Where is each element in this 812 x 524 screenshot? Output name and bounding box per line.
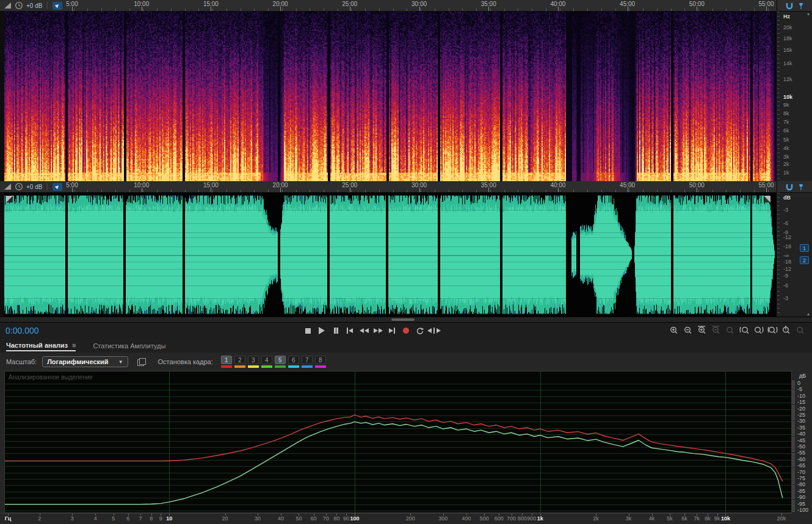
select-all-corner-icon[interactable]	[764, 196, 770, 203]
hold-frame-button-7[interactable]: 7	[302, 356, 313, 364]
panel-menu-icon[interactable]: ≡	[72, 342, 76, 349]
hold-frame-color-swatch	[315, 365, 326, 368]
scale-scroll-up-icon[interactable]: ▾	[807, 12, 810, 17]
frequency-axis-label: 9	[159, 515, 162, 522]
zoom-tools	[668, 325, 807, 336]
tab-amplitude-statistics[interactable]: Статистика Амплитуды	[93, 339, 165, 351]
magnet-icon[interactable]	[785, 183, 794, 191]
magnifier-icon	[781, 326, 792, 336]
zoom-out-full-button	[710, 325, 723, 336]
select-all-corner-icon[interactable]	[6, 196, 13, 203]
timeline-major-tick	[142, 7, 142, 11]
frequency-scale-label: 7k	[783, 119, 789, 125]
copy-graph-button[interactable]	[137, 358, 145, 365]
waveform-timeline-ruler[interactable]: 5:0010:0015:0020:0025:0030:0035:0040:004…	[0, 181, 812, 193]
frequency-axis-tick	[532, 514, 532, 515]
db-axis-label: -10	[797, 393, 805, 399]
zoom-in-full-button[interactable]	[696, 325, 709, 336]
waveform-scrollbar[interactable]	[0, 317, 812, 322]
channel-2-button[interactable]: 2	[800, 256, 809, 264]
scale-dropdown[interactable]: Логарифмический ▼	[42, 356, 128, 367]
hold-frame-button-6[interactable]: 6	[288, 356, 299, 364]
frequency-axis-tick	[114, 514, 114, 515]
frequency-axis: Гц23456789102030405060708090100200300400…	[0, 513, 792, 524]
frequency-axis-label: Гц	[5, 515, 12, 522]
frequency-scale[interactable]: ▾ Hz 20k18k16k14k12k10k9k8k7k6k5k4k3k2k1…	[777, 12, 812, 181]
hold-frame-button-1[interactable]: 1	[221, 356, 232, 364]
hold-frame-button-8[interactable]: 8	[315, 356, 326, 364]
amplitude-scale-ticks	[777, 193, 780, 317]
hold-frame-3: 3	[248, 356, 259, 368]
db-axis-label: 0	[797, 380, 800, 386]
timeline-major-tick	[280, 7, 281, 11]
rewind-icon	[360, 328, 369, 333]
frequency-axis-tick	[281, 514, 281, 515]
frequency-axis-tick	[151, 514, 152, 515]
tab-frequency-analysis[interactable]: Частотный анализ ≡	[6, 339, 76, 351]
zoom-in-right-edge-button[interactable]	[752, 325, 765, 336]
clock-icon[interactable]	[15, 1, 23, 10]
hold-frame-button-3[interactable]: 3	[248, 356, 259, 364]
zoom-in-left-edge-button[interactable]	[738, 325, 751, 336]
hold-frame-button-2[interactable]: 2	[234, 356, 245, 364]
frequency-axis-label: 4k	[649, 515, 655, 522]
skip-to-start-button[interactable]	[344, 325, 356, 336]
scrub-button[interactable]	[428, 325, 440, 336]
zoom-in-button[interactable]	[668, 325, 681, 336]
frequency-scale-label: 1k	[783, 170, 789, 176]
hold-buttons: 12345678	[221, 356, 326, 368]
stop-button[interactable]	[302, 325, 314, 336]
rewind-button[interactable]	[358, 325, 370, 336]
timeline-major-tick	[72, 188, 73, 192]
db-axis-header: дБ	[799, 373, 806, 379]
magnifier-icon	[767, 326, 778, 336]
hold-frame-color-swatch	[248, 365, 259, 368]
waveform-left-gutter	[0, 193, 4, 317]
zoom-out-button[interactable]	[682, 325, 695, 336]
waveform-canvas[interactable]	[4, 193, 777, 317]
frequency-axis-label: 5k	[667, 515, 673, 522]
db-axis-label: -65	[797, 462, 805, 468]
db-axis-label: -60	[797, 456, 805, 462]
frequency-analysis-canvas[interactable]	[4, 371, 792, 513]
amplitude-scale[interactable]: dB ▴ -3-6-9-12-18-∞-18-12-9-6-312	[777, 193, 812, 317]
magnet-icon[interactable]	[785, 2, 794, 10]
scale-scroll-down-icon[interactable]: ▴	[807, 311, 810, 317]
timeline-major-tick	[558, 7, 559, 11]
scrub-icon	[427, 328, 441, 334]
frequency-axis-tick	[652, 514, 653, 515]
level-fade-icon[interactable]	[4, 182, 12, 191]
frequency-axis-tick	[299, 514, 299, 515]
snap-toggle-button[interactable]	[53, 183, 62, 191]
frequency-axis-tick	[336, 514, 337, 515]
waveform-scrollbar-thumb[interactable]	[391, 318, 415, 321]
level-fade-icon[interactable]	[4, 1, 12, 10]
zoom-to-selection-button[interactable]	[766, 325, 779, 336]
restore-zoom-button[interactable]	[780, 325, 793, 336]
spectrogram-canvas[interactable]	[4, 12, 777, 181]
db-axis-label: -45	[797, 437, 805, 443]
pause-button[interactable]	[330, 325, 342, 336]
marker-pin-icon[interactable]	[798, 2, 804, 10]
snap-toggle-button[interactable]	[53, 2, 62, 10]
fast-forward-button[interactable]	[372, 325, 384, 336]
frequency-axis-tick	[225, 514, 226, 515]
db-axis-label: -85	[797, 488, 805, 494]
skip-to-end-button[interactable]	[386, 325, 398, 336]
spectrogram-timeline-ruler[interactable]: 5:0010:0015:0020:0025:0030:0035:0040:004…	[0, 0, 812, 12]
frequency-axis-tick	[346, 514, 347, 515]
hold-frame-color-swatch	[221, 365, 232, 368]
loop-playback-button[interactable]	[414, 325, 426, 336]
play-button[interactable]	[316, 325, 328, 336]
db-axis-label: -20	[797, 406, 805, 412]
marker-pin-icon[interactable]	[798, 183, 804, 191]
hold-frame-2: 2	[234, 356, 245, 368]
hold-frame-button-5[interactable]: 5	[275, 356, 286, 364]
record-button[interactable]	[400, 325, 412, 336]
clock-icon[interactable]	[15, 182, 23, 191]
channel-1-button[interactable]: 1	[800, 244, 809, 252]
timeline-minor-ticks	[4, 9, 777, 11]
frequency-axis-label: 20	[222, 515, 228, 522]
db-axis-label: -25	[797, 412, 805, 418]
hold-frame-button-4[interactable]: 4	[261, 356, 272, 364]
